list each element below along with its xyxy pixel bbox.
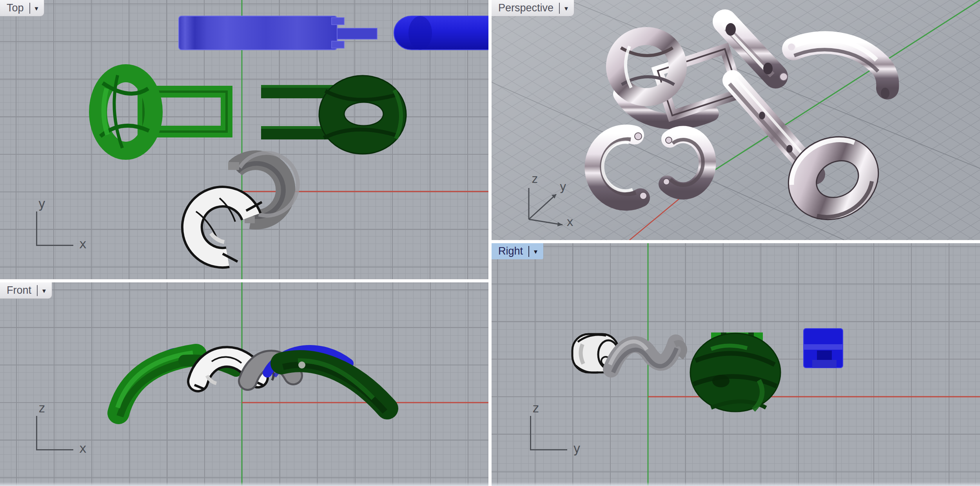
viewport-tab-label: Top [7, 2, 24, 14]
shading-detail [780, 73, 788, 81]
shading-detail [635, 133, 642, 140]
blue-capsule [394, 16, 488, 50]
viewport-tab-right[interactable]: Right ▼ [492, 243, 543, 259]
blue-tab [337, 28, 377, 39]
blue-body [179, 16, 337, 50]
hole-detail [726, 23, 736, 36]
hole-detail [763, 63, 773, 74]
shading-detail [332, 18, 344, 25]
object-blue-bracket[interactable] [804, 329, 843, 368]
chevron-down-icon[interactable]: ▼ [533, 248, 539, 255]
shading-detail [712, 375, 730, 387]
shading-detail [332, 41, 344, 48]
object-green-knot-ball[interactable] [690, 332, 780, 412]
viewport-tab-top[interactable]: Top ▼ [0, 0, 44, 16]
perspective-scene[interactable] [492, 0, 980, 240]
viewport-front[interactable]: Front ▼ z x [0, 282, 488, 486]
object-blue-slide-cap[interactable] [394, 16, 488, 50]
front-scene[interactable] [0, 282, 488, 486]
chevron-down-icon[interactable]: ▼ [34, 5, 40, 12]
hole-detail [298, 361, 305, 369]
tab-separator [37, 285, 38, 296]
viewport-tab-label: Front [7, 284, 31, 296]
shading-detail [812, 360, 837, 368]
object-green-clasp-right[interactable] [261, 76, 406, 154]
viewport-tab-front[interactable]: Front ▼ [0, 282, 52, 299]
shading-detail [640, 192, 647, 199]
tab-separator [559, 3, 560, 14]
top-scene[interactable] [0, 0, 488, 279]
shading-detail [228, 162, 239, 170]
chevron-down-icon[interactable]: ▼ [563, 5, 569, 12]
shading-detail [788, 43, 795, 51]
hole-detail [881, 88, 889, 99]
hole-detail [759, 112, 765, 119]
right-scene[interactable] [492, 243, 980, 486]
object-gray-s-link[interactable] [610, 341, 684, 372]
viewport-tab-label: Right [498, 245, 523, 257]
tab-separator [29, 3, 30, 14]
object-blue-slide-body[interactable] [179, 16, 377, 50]
shading-detail [211, 233, 224, 242]
viewport-tab-perspective[interactable]: Perspective ▼ [492, 0, 574, 16]
shading-detail [804, 344, 843, 350]
viewport-top[interactable]: Top ▼ y x [0, 0, 488, 279]
object-green-arm-right[interactable] [281, 361, 387, 412]
viewport-right[interactable]: Right ▼ z y [492, 243, 980, 486]
shading-detail [663, 179, 670, 185]
green-knot-ring-dark [319, 76, 406, 154]
object-green-clasp-left[interactable] [98, 73, 227, 151]
shading-detail [408, 16, 432, 50]
shading-detail [666, 137, 672, 143]
chevron-down-icon[interactable]: ▼ [41, 287, 47, 294]
viewport-perspective[interactable]: Perspective ▼ z y x [492, 0, 980, 240]
hole-detail [786, 145, 793, 153]
viewport-tab-label: Perspective [498, 2, 554, 14]
shading-detail [261, 85, 338, 88]
tab-separator [528, 246, 529, 257]
